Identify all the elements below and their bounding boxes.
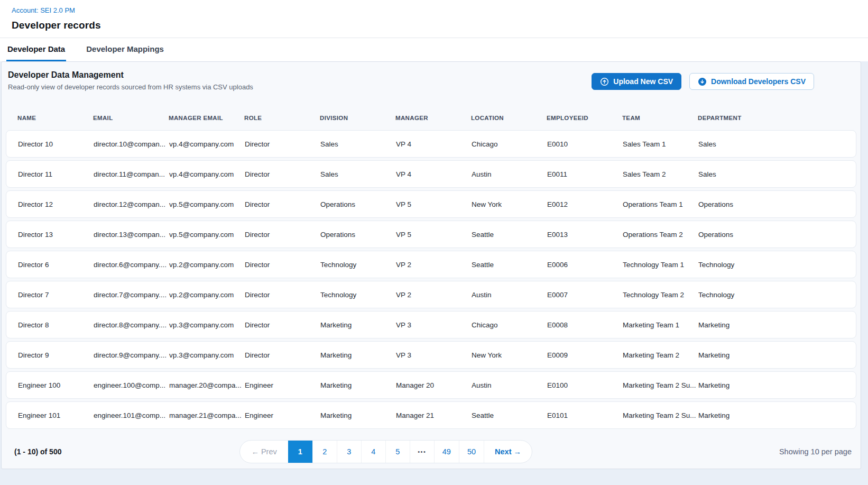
table-row: Director 6director.6@company....vp.2@com… [6, 251, 856, 278]
table-cell: E0010 [547, 140, 623, 148]
table-cell: vp.2@company.com [169, 291, 245, 299]
table-cell: Marketing Team 1 [623, 321, 698, 329]
table-header-row: NAMEEMAILMANAGER EMAILROLEDIVISIONMANAGE… [2, 105, 861, 130]
table-cell: E0013 [547, 231, 623, 239]
table-cell: director.12@compan... [94, 200, 169, 208]
account-breadcrumb-link[interactable]: Account: SEI 2.0 PM [12, 6, 75, 14]
pagination-range-label: (1 - 10) of 500 [14, 447, 61, 456]
table-cell: Technology [698, 261, 856, 269]
table-cell: Marketing [320, 411, 396, 419]
next-page-button[interactable]: Next → [484, 441, 532, 463]
table-cell: Technology Team 2 [623, 291, 698, 299]
pagination-ellipsis: ••• [410, 441, 434, 463]
table-cell: Technology [320, 261, 396, 269]
table-cell: Marketing Team 2 [623, 351, 698, 359]
table-cell: vp.5@company.com [169, 231, 245, 239]
table-row: Engineer 100engineer.100@comp...manager.… [6, 371, 856, 399]
page-button[interactable]: 50 [459, 441, 484, 463]
table-cell: Director [245, 321, 320, 329]
table-row: Director 9director.9@company....vp.3@com… [6, 341, 856, 369]
table-cell: Marketing [698, 351, 856, 359]
table-cell: Engineer 100 [18, 381, 94, 389]
table-cell: Operations [698, 231, 856, 239]
table-cell: VP 3 [396, 351, 472, 359]
section-title: Developer Data Management [8, 70, 253, 80]
page-button[interactable]: 49 [434, 441, 459, 463]
table-cell: Director 6 [18, 261, 94, 269]
column-header: LOCATION [471, 115, 547, 121]
table-body: Director 10director.10@compan...vp.4@com… [2, 130, 861, 429]
page-button[interactable]: 1 [288, 441, 312, 463]
page-button[interactable]: 4 [361, 441, 385, 463]
column-header: EMAIL [93, 115, 169, 121]
table-cell: VP 5 [396, 231, 472, 239]
table-cell: Director [245, 170, 320, 178]
table-row: Director 11director.11@compan...vp.4@com… [6, 160, 856, 188]
table-row: Director 13director.13@compan...vp.5@com… [6, 221, 856, 248]
table-row: Director 10director.10@compan...vp.4@com… [6, 130, 856, 158]
table-cell: Sales [320, 140, 396, 148]
page-button[interactable]: 3 [337, 441, 361, 463]
download-button-label: Download Developers CSV [711, 77, 806, 86]
table-cell: Director 7 [18, 291, 94, 299]
table-cell: Operations Team 1 [623, 200, 698, 208]
table-cell: Director 11 [18, 170, 94, 178]
table-cell: Director 13 [18, 231, 94, 239]
page-header: Account: SEI 2.0 PM Developer records [0, 0, 868, 31]
table-cell: Chicago [472, 321, 547, 329]
table-cell: Engineer [245, 381, 320, 389]
table-cell: Engineer [245, 411, 320, 419]
table-cell: vp.4@company.com [169, 170, 245, 178]
table-cell: Seattle [472, 261, 547, 269]
download-developers-csv-button[interactable]: Download Developers CSV [689, 73, 814, 90]
table-cell: director.13@compan... [94, 231, 169, 239]
page-button[interactable]: 5 [385, 441, 410, 463]
table-cell: Director 8 [18, 321, 94, 329]
download-icon [698, 77, 707, 86]
table-cell: director.10@compan... [94, 140, 169, 148]
per-page-label: Showing 10 per page [779, 447, 852, 456]
tab-developer-mappings[interactable]: Developer Mappings [85, 38, 165, 61]
column-header: MANAGER [395, 115, 471, 121]
tab-developer-data[interactable]: Developer Data [6, 38, 66, 61]
table-cell: director.11@compan... [94, 170, 169, 178]
table-cell: E0011 [547, 170, 623, 178]
column-header: DEPARTMENT [698, 115, 861, 121]
table-cell: E0009 [547, 351, 623, 359]
table-cell: Operations [320, 200, 396, 208]
table-cell: E0100 [547, 381, 623, 389]
table-cell: director.9@company.... [94, 351, 169, 359]
table-cell: Austin [472, 170, 547, 178]
table-cell: VP 4 [396, 140, 472, 148]
column-header: ROLE [244, 115, 320, 121]
table-cell: VP 5 [396, 200, 472, 208]
table-cell: Manager 21 [396, 411, 472, 419]
table-row: Director 12director.12@compan...vp.5@com… [6, 190, 856, 218]
table-cell: Sales [698, 140, 856, 148]
upload-new-csv-button[interactable]: Upload New CSV [592, 73, 681, 90]
table-cell: vp.3@company.com [169, 351, 245, 359]
table-cell: Director [245, 231, 320, 239]
table-cell: Director 10 [18, 140, 94, 148]
table-footer: (1 - 10) of 500 ← Prev 12345•••4950 Next… [2, 432, 861, 463]
column-header: TEAM [622, 115, 698, 121]
table-cell: Marketing [698, 411, 856, 419]
main-area: Developer Data Management Read-only view… [0, 61, 868, 485]
prev-page-button[interactable]: ← Prev [240, 441, 288, 463]
table-cell: Marketing [320, 321, 396, 329]
table-cell: E0006 [547, 261, 623, 269]
table-cell: Technology Team 1 [623, 261, 698, 269]
panel-header: Developer Data Management Read-only view… [2, 70, 861, 91]
page-title: Developer records [12, 20, 868, 31]
table-cell: Marketing [320, 351, 396, 359]
table-cell: Director [245, 200, 320, 208]
panel-heading-block: Developer Data Management Read-only view… [8, 70, 253, 91]
table-cell: Operations [698, 200, 856, 208]
table-cell: Operations [320, 231, 396, 239]
table-cell: E0007 [547, 291, 623, 299]
table-row: Director 7director.7@company....vp.2@com… [6, 281, 856, 308]
page-button[interactable]: 2 [312, 441, 337, 463]
table-cell: manager.20@compa... [169, 381, 245, 389]
table-cell: Marketing Team 2 Su... [623, 381, 698, 389]
page: Account: SEI 2.0 PM Developer records De… [0, 0, 868, 485]
